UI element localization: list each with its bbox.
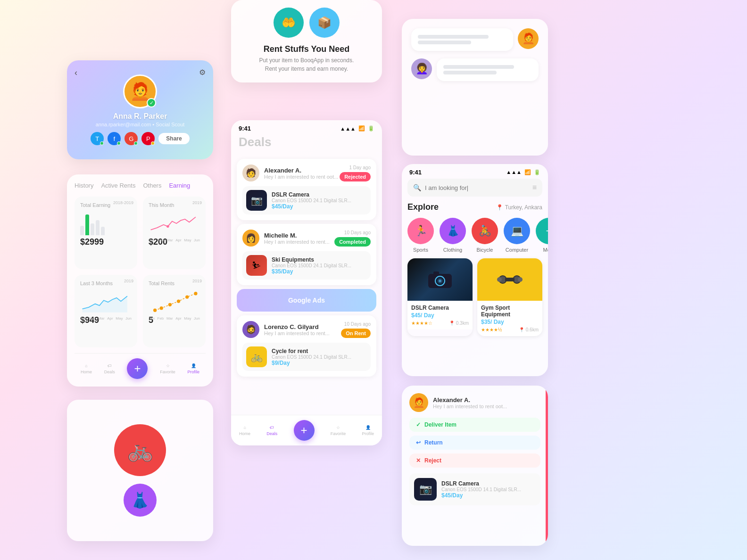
deal1-product-img: 📷 <box>246 190 267 211</box>
svg-rect-14 <box>505 278 515 281</box>
nav-deals[interactable]: 🏷 Deals <box>104 363 115 374</box>
rent-icon-blue: 📦 <box>309 8 340 38</box>
profile-icon: 👤 <box>191 363 196 368</box>
svg-point-16 <box>518 277 523 282</box>
pinterest-icon[interactable]: P <box>141 132 155 145</box>
explore-time: 9:41 <box>409 169 422 176</box>
action-product-row: 📷 DSLR Camera Canon EOS 1500D 14.1 Digit… <box>409 473 540 505</box>
back-button[interactable]: ‹ <box>75 68 77 78</box>
camera-stars: ★★★★☆ <box>411 321 432 326</box>
search-input[interactable] <box>425 184 529 191</box>
deals-time: 9:41 <box>239 125 251 132</box>
profile-name: Anna R. Parker <box>113 112 167 121</box>
stats-tabs: History Active Rents Others Earning <box>75 182 206 189</box>
product-camera[interactable]: DSLR Camera $45/ Day ★★★★☆ 📍 0.3km <box>407 258 473 336</box>
action-user-row: 🧑‍🦰 Alexander A. Hey I am interested to … <box>409 393 540 412</box>
deal3-avatar: 🧔 <box>242 321 259 338</box>
category-clothing[interactable]: 👗 Clothing <box>440 218 466 253</box>
deals-nav-profile[interactable]: 👤 Profile <box>362 425 374 436</box>
home-icon: ⌂ <box>243 425 246 430</box>
share-button[interactable]: Share <box>158 133 189 144</box>
home-icon: ⌂ <box>85 363 87 368</box>
stat-total-rents: 2019 Total Rents JanFebMarAprMayJun 5 <box>143 275 206 347</box>
chat-line-3 <box>443 65 514 69</box>
tab-others[interactable]: Others <box>143 182 161 189</box>
deal2-product-price: $35/Day <box>272 268 351 275</box>
deal3-badge: On Rent <box>341 329 371 338</box>
camera-name: DSLR Camera <box>411 305 469 311</box>
return-button[interactable]: ↩ Return <box>409 436 540 450</box>
deals-status-bar: 9:41 ▲▲▲ 📶 🔋 <box>231 120 382 135</box>
tab-earning[interactable]: Earning <box>169 182 190 189</box>
tab-history[interactable]: History <box>75 182 93 189</box>
deal1-username: Alexander A. <box>264 167 338 174</box>
rent-icons-row: 🤲 📦 <box>274 8 340 38</box>
deal-item-1: 🧑 Alexander A. Hey I am interested to re… <box>237 159 376 220</box>
reject-button[interactable]: ✕ Reject <box>409 453 540 468</box>
return-icon: ↩ <box>416 439 421 446</box>
nav-profile[interactable]: 👤 Profile <box>188 363 200 374</box>
favorite-icon: ☆ <box>166 363 170 368</box>
avatar-wrap: 🧑‍🦰 ✓ <box>123 74 157 108</box>
category-more[interactable]: + More <box>536 218 548 253</box>
deals-nav-home[interactable]: ⌂ Home <box>239 425 250 436</box>
deal3-product: 🚲 Cycle for rent Canon EOS 1500D 24.1 Di… <box>242 343 371 371</box>
explore-status-bar: 9:41 ▲▲▲ 📶 🔋 <box>402 164 548 179</box>
gym-stars: ★★★★½ <box>481 327 502 332</box>
action-user-avatar: 🧑‍🦰 <box>409 393 428 412</box>
settings-button[interactable]: ⚙ <box>199 68 206 77</box>
google-icon[interactable]: G <box>124 132 138 145</box>
deal1-message: Hey I am interested to rent oot... <box>264 174 338 180</box>
nav-add-button[interactable]: + <box>127 358 148 379</box>
nav-home[interactable]: ⌂ Home <box>81 363 92 374</box>
stat-total-earning: 2018-2019 Total Earning $2999 <box>75 197 137 269</box>
action-card: 🧑‍🦰 Alexander A. Hey I am interested to … <box>402 386 548 546</box>
chat-content-1 <box>411 28 513 51</box>
social-row: T f G P Share <box>91 132 189 145</box>
profile-card: ‹ ⚙ 🧑‍🦰 ✓ Anna R. Parker anna.rparker@ma… <box>67 60 213 159</box>
deal2-header: 👩 Michelle M. Hey I am interested to ren… <box>242 230 371 247</box>
category-computer[interactable]: 💻 Computer <box>504 218 530 253</box>
deal-item-2: 👩 Michelle M. Hey I am interested to ren… <box>237 224 376 285</box>
stat4-chart: JanFebMarAprMayJun <box>149 290 200 313</box>
battery-icon: 🔋 <box>368 125 374 132</box>
action-product-img: 📷 <box>414 478 437 501</box>
deals-nav-add[interactable]: + <box>294 420 315 441</box>
svg-rect-11 <box>433 272 439 275</box>
search-bar[interactable]: 🔍 ≡ <box>407 179 542 197</box>
svg-point-5 <box>185 295 189 298</box>
stat2-year: 2019 <box>192 200 202 205</box>
gym-info: Gym Sport Equipment $35/ Day ★★★★½ 📍 0.6… <box>477 301 542 336</box>
nav-favorite[interactable]: ☆ Favorite <box>160 363 175 374</box>
category-row: 🏃 Sports 👗 Clothing 🚴 Bicycle 💻 Computer… <box>402 218 548 258</box>
deals-nav-deals[interactable]: 🏷 Deals <box>266 425 277 436</box>
category-bicycle[interactable]: 🚴 Bicycle <box>472 218 498 253</box>
deal2-product: ⛷ Ski Equipments Canon EOS 1500D 24.1 Di… <box>242 251 371 280</box>
stats-card: History Active Rents Others Earning 2018… <box>67 174 213 387</box>
chat-content-2 <box>437 58 539 81</box>
twitter-icon[interactable]: T <box>91 132 104 145</box>
tab-active-rents[interactable]: Active Rents <box>101 182 135 189</box>
facebook-icon[interactable]: f <box>108 132 121 145</box>
red-bar-indicator <box>546 386 548 546</box>
deliver-icon: ✓ <box>416 421 421 428</box>
action-user-name: Alexander A. <box>433 396 507 404</box>
deliver-button[interactable]: ✓ Deliver Item <box>409 418 540 432</box>
stat2-chart: JanFebMarAprMayJun <box>149 212 200 235</box>
deals-card: 9:41 ▲▲▲ 📶 🔋 Deals 🧑 Alexander A. Hey I … <box>231 120 382 445</box>
wifi-icon: 📶 <box>358 125 365 132</box>
sports-icon: 🏃 <box>407 218 434 244</box>
camera-dist: 📍 0.3km <box>449 321 469 326</box>
category-sports[interactable]: 🏃 Sports <box>407 218 434 253</box>
stat3-year: 2019 <box>124 279 133 283</box>
deal1-header: 🧑 Alexander A. Hey I am interested to re… <box>242 165 371 181</box>
chat-bubble-1: 🧑‍🦰 <box>411 28 539 51</box>
product-gym[interactable]: Gym Sport Equipment $35/ Day ★★★★½ 📍 0.6… <box>477 258 542 336</box>
chat-line-1 <box>418 35 489 39</box>
rent-subtitle: Put your item to BooqApp in seconds. Ren… <box>259 56 354 73</box>
deal3-header: 🧔 Lorenzo C. Gilyard Hey I am interested… <box>242 321 371 338</box>
svg-point-15 <box>497 277 502 282</box>
deal3-user-info: 🧔 Lorenzo C. Gilyard Hey I am interested… <box>242 321 330 338</box>
filter-icon[interactable]: ≡ <box>532 183 537 192</box>
deals-nav-favorite[interactable]: ☆ Favorite <box>331 425 346 436</box>
